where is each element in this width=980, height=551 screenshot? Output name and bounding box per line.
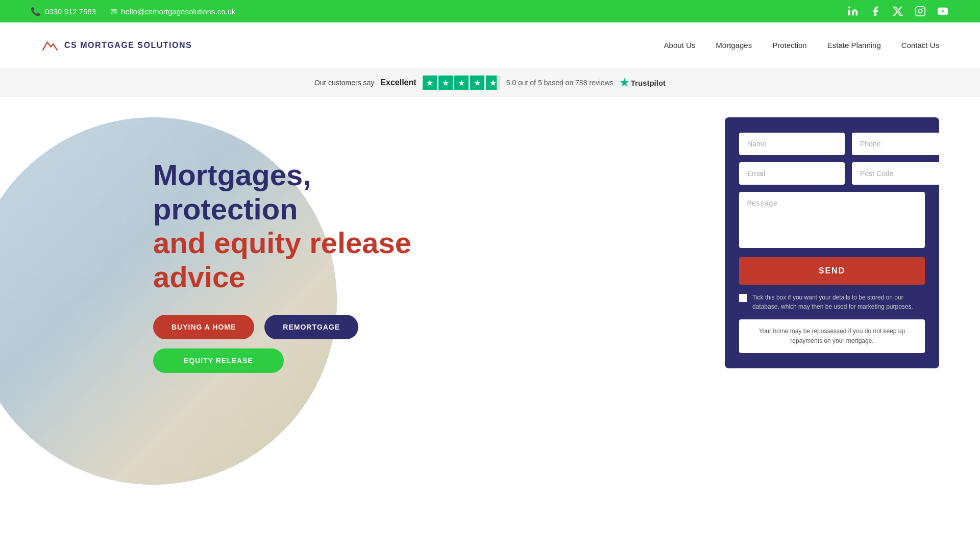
hero-title-line3: and equity release	[153, 226, 411, 259]
star-2: ★	[438, 76, 453, 90]
top-bar-contacts: 📞 0330 912 7593 ✉ hello@csmortgagesoluti…	[31, 7, 236, 16]
nav-about-us[interactable]: About Us	[664, 41, 696, 49]
trustpilot-rating-word: Excellent	[380, 78, 416, 87]
buying-a-home-button[interactable]: BUYING A HOME	[153, 315, 254, 339]
social-links	[846, 5, 949, 18]
nav-protection[interactable]: Protection	[772, 41, 807, 49]
instagram-icon[interactable]	[914, 5, 927, 18]
nav-links: About Us Mortgages Protection Estate Pla…	[664, 41, 939, 49]
linkedin-icon[interactable]	[846, 5, 860, 18]
checkbox-row: Tick this box if you want your details t…	[739, 293, 925, 311]
hero-title-line1: Mortgages,	[153, 158, 311, 191]
send-button[interactable]: SEND	[739, 257, 925, 285]
phone-input[interactable]	[852, 133, 958, 155]
contact-form: SEND Tick this box if you want your deta…	[725, 117, 939, 368]
trustpilot-prefix: Our customers say	[314, 79, 374, 87]
logo-text: CS MORTGAGE SOLUTIONS	[64, 41, 192, 50]
email-link[interactable]: ✉ hello@csmortgagesolutions.co.uk	[110, 7, 236, 16]
hero-buttons: BUYING A HOME REMORTGAGE EQUITY RELEASE	[153, 315, 411, 373]
nav-estate-planning[interactable]: Estate Planning	[827, 41, 881, 49]
youtube-icon[interactable]	[936, 5, 949, 18]
trustpilot-score: 5.0 out of 5 based on 788 reviews	[506, 79, 614, 87]
trustpilot-bar: Our customers say Excellent ★ ★ ★ ★ ★ 5.…	[0, 68, 980, 97]
trustpilot-brand: ★ Trustpilot	[620, 77, 666, 89]
star-4: ★	[470, 76, 484, 90]
trustpilot-stars: ★ ★ ★ ★ ★	[423, 76, 500, 90]
hero-title-line4: advice	[153, 260, 246, 293]
marketing-checkbox[interactable]	[739, 294, 747, 302]
phone-number: 0330 912 7593	[45, 7, 96, 16]
nav-mortgages[interactable]: Mortgages	[716, 41, 752, 49]
nav-contact-us[interactable]: Contact Us	[901, 41, 939, 49]
email-address: hello@csmortgagesolutions.co.uk	[121, 7, 236, 16]
hero-title-line2: protection	[153, 192, 298, 226]
name-input[interactable]	[739, 133, 845, 155]
facebook-icon[interactable]	[869, 5, 882, 18]
email-input[interactable]	[739, 162, 845, 185]
logo-mountain-icon	[41, 38, 59, 53]
twitter-x-icon[interactable]	[891, 5, 904, 18]
svg-point-2	[918, 9, 922, 13]
star-3: ★	[454, 76, 469, 90]
form-row-2	[739, 162, 925, 185]
svg-rect-1	[916, 7, 925, 16]
remortgage-button[interactable]: REMORTGAGE	[264, 315, 358, 339]
phone-icon: 📞	[31, 7, 41, 16]
star-1: ★	[423, 76, 437, 90]
hero-content: Mortgages, protection and equity release…	[153, 158, 411, 373]
email-icon: ✉	[110, 7, 117, 16]
top-bar: 📞 0330 912 7593 ✉ hello@csmortgagesoluti…	[0, 0, 980, 22]
trustpilot-tp-star: ★	[620, 77, 629, 89]
message-input[interactable]	[739, 192, 925, 248]
checkbox-label: Tick this box if you want your details t…	[752, 293, 925, 311]
phone-link[interactable]: 📞 0330 912 7593	[31, 7, 96, 16]
logo[interactable]: CS MORTGAGE SOLUTIONS	[41, 38, 192, 53]
form-row-1	[739, 133, 925, 155]
form-disclaimer: Your home may be repossessed if you do n…	[739, 319, 925, 353]
equity-release-button[interactable]: EQUITY RELEASE	[153, 348, 284, 373]
postcode-input[interactable]	[852, 162, 958, 185]
svg-point-3	[922, 8, 923, 9]
hero-buttons-row1: BUYING A HOME REMORTGAGE	[153, 315, 358, 339]
hero-title: Mortgages, protection and equity release…	[153, 158, 411, 294]
hero-section: Mortgages, protection and equity release…	[0, 97, 980, 515]
star-5: ★	[486, 76, 500, 90]
svg-point-0	[848, 7, 850, 9]
navbar: CS MORTGAGE SOLUTIONS About Us Mortgages…	[0, 22, 980, 68]
